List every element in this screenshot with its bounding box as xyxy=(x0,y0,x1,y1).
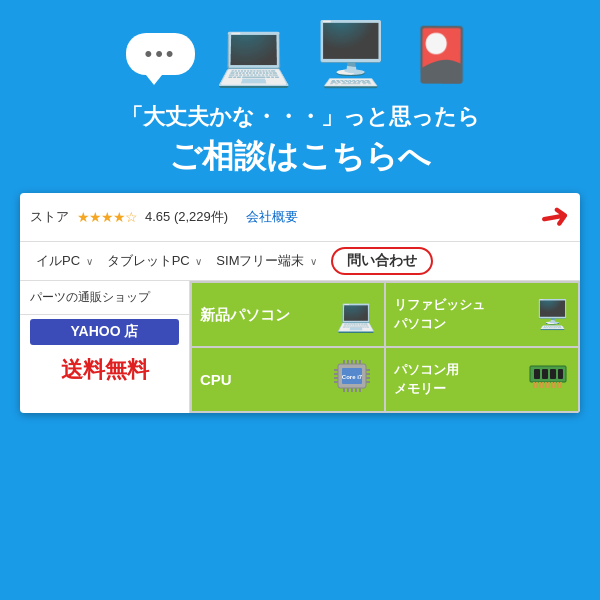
product-memory[interactable]: パソコン用メモリー xyxy=(386,348,578,411)
heading-sub: 「大丈夫かな・・・」っと思ったら xyxy=(121,100,480,133)
svg-rect-25 xyxy=(558,369,563,379)
product-new-pc[interactable]: 新品パソコン 💻 xyxy=(192,283,384,346)
product-memory-icon xyxy=(526,354,570,405)
shop-title: パーツの通販ショップ xyxy=(20,281,189,315)
heading-main: ご相談はこちらへ xyxy=(169,135,431,179)
screenshot-card: ストア ★★★★☆ 4.65 (2,229件) 会社概要 ➜ イルPC ∨ タブ… xyxy=(20,193,580,413)
product-grid: 新品パソコン 💻 リファビッシュパソコン 🖥️ CPU Core i xyxy=(190,281,580,413)
arrow-indicator: ➜ xyxy=(540,199,570,235)
product-refurb-pc-icon: 🖥️ xyxy=(535,298,570,331)
product-new-pc-label: 新品パソコン xyxy=(200,305,290,325)
rating: 4.65 (2,229件) xyxy=(145,208,228,226)
free-shipping: 送料無料 xyxy=(20,349,189,391)
store-bar: ストア ★★★★☆ 4.65 (2,229件) 会社概要 ➜ xyxy=(20,193,580,242)
bubble-dots: ••• xyxy=(144,43,176,65)
nav-item-mobile-pc[interactable]: イルPC ∨ xyxy=(30,249,99,273)
company-link[interactable]: 会社概要 xyxy=(246,208,298,226)
nav-bar: イルPC ∨ タブレットPC ∨ SIMフリー端末 ∨ 問い合わせ xyxy=(20,242,580,281)
store-label: ストア xyxy=(30,208,69,226)
product-cpu[interactable]: CPU Core i7 xyxy=(192,348,384,411)
ram-icon: 🎴 xyxy=(409,24,474,85)
svg-rect-23 xyxy=(542,369,548,379)
product-new-pc-icon: 💻 xyxy=(336,296,376,334)
product-cpu-icon: Core i7 xyxy=(328,356,376,403)
nav-item-sim-free[interactable]: SIMフリー端末 ∨ xyxy=(210,249,323,273)
nav-item-tablet-pc[interactable]: タブレットPC ∨ xyxy=(101,249,209,273)
svg-rect-24 xyxy=(550,369,556,379)
yahoo-badge: YAHOO 店 xyxy=(30,319,179,345)
product-memory-label: パソコン用メモリー xyxy=(394,361,459,397)
inquiry-button[interactable]: 問い合わせ xyxy=(331,247,433,275)
product-cpu-label: CPU xyxy=(200,370,232,390)
product-section: パーツの通販ショップ YAHOO 店 送料無料 新品パソコン 💻 リファビッシュ… xyxy=(20,281,580,413)
product-refurb-pc[interactable]: リファビッシュパソコン 🖥️ xyxy=(386,283,578,346)
laptop-icon: 💻 xyxy=(215,18,292,90)
tower-icon: 🖥️ xyxy=(312,18,389,90)
svg-text:Core i7: Core i7 xyxy=(342,374,363,380)
icons-row: ••• 💻 🖥️ 🎴 xyxy=(126,18,473,90)
left-panel: パーツの通販ショップ YAHOO 店 送料無料 xyxy=(20,281,190,413)
red-arrow-icon: ➜ xyxy=(537,197,573,238)
stars: ★★★★☆ xyxy=(77,209,137,225)
speech-bubble: ••• xyxy=(126,33,194,75)
product-refurb-pc-label: リファビッシュパソコン xyxy=(394,296,485,332)
svg-rect-22 xyxy=(534,369,540,379)
page-container: ••• 💻 🖥️ 🎴 「大丈夫かな・・・」っと思ったら ご相談はこちらへ ストア… xyxy=(0,0,600,600)
